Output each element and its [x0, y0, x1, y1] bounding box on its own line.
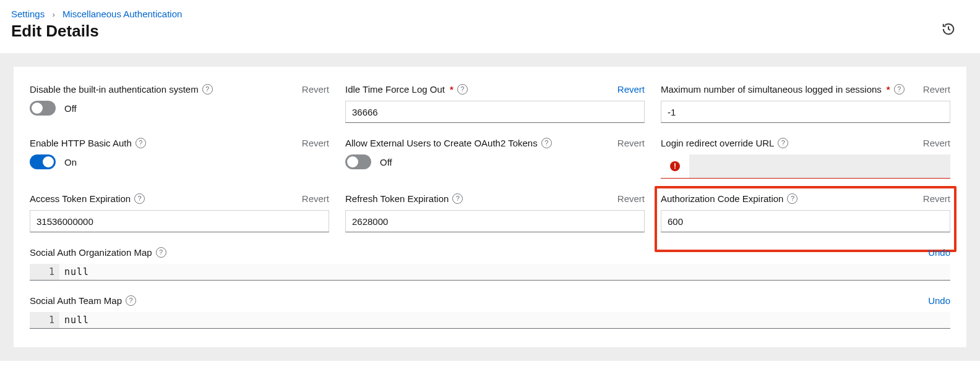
breadcrumb: Settings › Miscellaneous Authentication: [11, 9, 969, 19]
toggle-disable-auth[interactable]: [30, 101, 56, 116]
field-label: Disable the built-in authentication syst…: [30, 84, 213, 95]
field-social-team-map: Social Auth Team Map ? Undo 1 null: [30, 295, 950, 329]
help-icon[interactable]: ?: [202, 84, 213, 95]
highlight-box: Authorization Code Expiration ? Revert: [655, 186, 956, 252]
revert-button[interactable]: Revert: [617, 138, 645, 148]
field-label: Enable HTTP Basic Auth ?: [30, 138, 146, 148]
help-icon[interactable]: ?: [778, 138, 788, 148]
help-icon[interactable]: ?: [787, 193, 797, 204]
login-redirect-input[interactable]: !: [661, 154, 950, 179]
breadcrumb-separator: ›: [52, 10, 54, 19]
settings-card: Disable the built-in authentication syst…: [14, 67, 966, 347]
idle-logout-input[interactable]: [345, 101, 645, 123]
field-http-basic: Enable HTTP Basic Auth ? Revert On: [30, 138, 329, 179]
revert-button[interactable]: Revert: [617, 84, 645, 95]
code-content[interactable]: null: [59, 312, 950, 328]
field-refresh-token: Refresh Token Expiration ? Revert: [345, 193, 645, 232]
help-icon[interactable]: ?: [541, 138, 552, 148]
help-icon[interactable]: ?: [126, 295, 136, 306]
field-idle-logout: Idle Time Force Log Out * ? Revert: [345, 84, 645, 123]
field-auth-code: Authorization Code Expiration ? Revert: [661, 193, 950, 232]
breadcrumb-root[interactable]: Settings: [11, 9, 45, 19]
help-icon[interactable]: ?: [894, 84, 905, 95]
code-editor[interactable]: 1 null: [30, 312, 950, 329]
revert-button[interactable]: Revert: [302, 84, 329, 95]
breadcrumb-current[interactable]: Miscellaneous Authentication: [62, 9, 182, 19]
help-icon[interactable]: ?: [452, 193, 463, 204]
help-icon[interactable]: ?: [134, 193, 145, 204]
code-content[interactable]: null: [59, 264, 950, 280]
max-sessions-input[interactable]: [661, 101, 950, 123]
line-number: 1: [30, 264, 59, 280]
revert-button[interactable]: Revert: [923, 84, 950, 95]
field-social-org-map: Social Auth Organization Map ? Undo 1 nu…: [30, 247, 950, 281]
help-icon[interactable]: ?: [135, 138, 146, 148]
field-login-redirect: Login redirect override URL ? Revert !: [661, 138, 950, 179]
revert-button[interactable]: Revert: [617, 193, 645, 204]
toggle-allow-external[interactable]: [345, 154, 371, 169]
required-marker: *: [450, 84, 453, 95]
line-number: 1: [30, 312, 59, 328]
field-access-token: Access Token Expiration ? Revert: [30, 193, 329, 232]
help-icon[interactable]: ?: [457, 84, 468, 95]
toggle-state-label: Off: [380, 157, 392, 167]
field-allow-external: Allow External Users to Create OAuth2 To…: [345, 138, 645, 179]
toggle-state-label: Off: [64, 103, 77, 114]
refresh-token-input[interactable]: [345, 210, 645, 232]
error-icon: !: [670, 161, 680, 171]
revert-button[interactable]: Revert: [302, 138, 329, 148]
field-label: Maximum number of simultaneous logged in…: [661, 84, 905, 95]
field-label: Social Auth Organization Map ?: [30, 247, 166, 258]
access-token-input[interactable]: [30, 210, 329, 232]
field-label: Refresh Token Expiration ?: [345, 193, 463, 204]
history-icon[interactable]: [942, 22, 955, 36]
toggle-state-label: On: [64, 157, 77, 167]
code-editor[interactable]: 1 null: [30, 264, 950, 281]
toggle-http-basic[interactable]: [30, 154, 56, 169]
undo-button[interactable]: Undo: [928, 247, 950, 258]
help-icon[interactable]: ?: [156, 247, 166, 258]
field-max-sessions: Maximum number of simultaneous logged in…: [661, 84, 950, 123]
auth-code-input[interactable]: [661, 210, 950, 232]
page-title: Edit Details: [11, 22, 969, 41]
field-label: Login redirect override URL ?: [661, 138, 788, 148]
revert-button[interactable]: Revert: [923, 193, 950, 204]
field-label: Authorization Code Expiration ?: [661, 193, 797, 204]
undo-button[interactable]: Undo: [928, 295, 950, 306]
field-disable-auth: Disable the built-in authentication syst…: [30, 84, 329, 123]
field-label: Idle Time Force Log Out * ?: [345, 84, 468, 95]
field-label: Social Auth Team Map ?: [30, 295, 136, 306]
field-label: Allow External Users to Create OAuth2 To…: [345, 138, 552, 148]
field-label: Access Token Expiration ?: [30, 193, 145, 204]
revert-button[interactable]: Revert: [923, 138, 950, 148]
required-marker: *: [887, 84, 890, 95]
revert-button[interactable]: Revert: [302, 193, 329, 204]
page-header: Settings › Miscellaneous Authentication …: [0, 0, 980, 53]
